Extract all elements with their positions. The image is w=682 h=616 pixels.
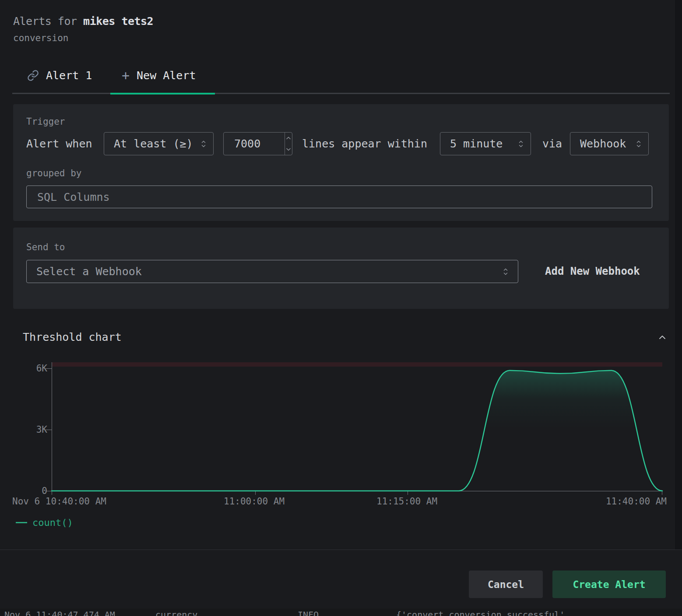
page-title-prefix: Alerts for [13,15,83,28]
alert-source-name: mikes tets2 [83,15,153,28]
link-icon [27,70,39,81]
condition-select[interactable]: At least (≥) [104,132,214,155]
threshold-band [52,362,662,367]
cancel-button[interactable]: Cancel [469,570,543,598]
chevron-up-icon [657,333,667,342]
page-title: Alerts for mikes tets2 [13,15,153,28]
log-row-message: {'convert conversion successful' [396,609,565,616]
trigger-section-label: Trigger [26,116,65,127]
webhook-select-placeholder: Select a Webhook [36,265,142,278]
group-by-input[interactable] [27,191,652,203]
threshold-chart: 6K 3K 0 Nov 6 10:40:00 AM 11:00:00 AM 11… [0,357,682,536]
y-axis-label-6k: 6K [19,364,47,373]
create-alert-button[interactable]: Create Alert [552,570,666,598]
chevron-updown-icon [502,268,509,276]
plus-icon: + [122,70,130,81]
chart-canvas [0,357,682,505]
webhook-select[interactable]: Select a Webhook [26,260,518,283]
send-to-card: Send to Select a Webhook Add New Webhook [13,228,669,309]
spinner-up-icon[interactable] [285,133,292,144]
spinner-down-icon[interactable] [285,144,292,155]
grouped-by-label: grouped by [26,168,81,178]
threshold-value-input-group [223,132,292,155]
alert-modal: { "header": { "title_prefix": "Alerts fo… [0,0,682,616]
x-axis-label-1040: Nov 6 10:40:00 AM [12,496,106,507]
threshold-chart-title: Threshold chart [23,331,122,343]
lines-appear-text: lines appear within [302,137,427,150]
x-axis-label-1140: 11:40:00 AM [606,496,667,507]
via-text: via [542,137,562,150]
group-by-input-wrap [26,186,652,208]
window-select-value: 5 minute [450,137,503,150]
x-axis-label-1100: 11:00:00 AM [224,496,285,507]
threshold-value-input[interactable] [224,133,285,155]
chevron-updown-icon [635,140,642,148]
footer-divider [0,550,682,550]
chevron-updown-icon [200,140,207,148]
channel-select[interactable]: Webhook [570,132,649,155]
log-row-service: currency [155,609,197,616]
x-axis-label-1115: 11:15:00 AM [376,496,437,507]
legend-label: count() [32,517,73,528]
trigger-card: Trigger Alert when At least (≥) lines ap… [13,104,669,221]
window-select[interactable]: 5 minute [440,132,531,155]
chevron-updown-icon [517,140,524,148]
number-spinner [285,133,292,155]
tab-new-alert[interactable]: + New Alert [122,69,196,82]
add-webhook-button[interactable]: Add New Webhook [545,265,640,277]
legend-item-count: count() [16,517,73,528]
alert-when-text: Alert when [26,137,92,150]
background-log-row: Nov 6 11:40:47.474 AM currency INFO {'co… [0,609,682,616]
send-to-label: Send to [26,242,65,252]
y-axis-label-3k: 3K [19,425,47,434]
log-row-level: INFO [298,609,319,616]
tab-new-alert-label: New Alert [137,69,196,82]
tabs-active-indicator [110,93,215,94]
log-row-timestamp: Nov 6 11:40:47.474 AM [4,609,115,616]
y-axis-label-0: 0 [19,486,47,496]
condition-select-value: At least (≥) [114,137,193,150]
legend-line-swatch [16,522,27,523]
tab-alert-1[interactable]: Alert 1 [27,69,92,82]
chart-collapse-button[interactable] [655,331,670,344]
page-edge-gutter [675,0,682,550]
series-area-fill [52,371,662,491]
channel-select-value: Webhook [580,137,626,150]
page-subtitle: conversion [13,33,68,43]
tab-alert-1-label: Alert 1 [46,69,92,82]
